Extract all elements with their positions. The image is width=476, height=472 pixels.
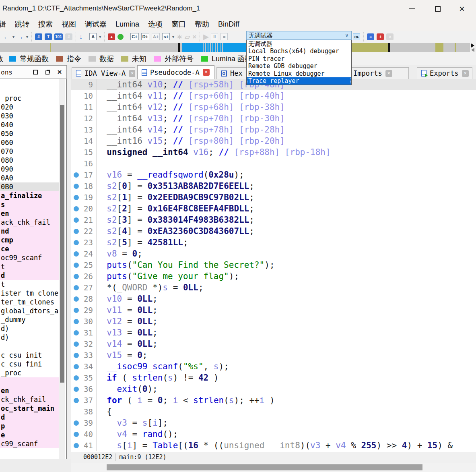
problems-icon[interactable]: ▲ bbox=[108, 33, 115, 40]
navband-segment[interactable] bbox=[182, 43, 201, 52]
function-list-item[interactable]: oc_start_main bbox=[0, 404, 60, 413]
breakpoint-dot-icon[interactable] bbox=[71, 274, 81, 279]
function-list-item[interactable]: d) bbox=[0, 324, 60, 333]
search-text-icon[interactable]: T bbox=[45, 33, 52, 40]
debugger-option[interactable]: Local Bochs(x64) debugger bbox=[247, 48, 351, 55]
menu-item-5[interactable]: Lumina bbox=[111, 20, 144, 29]
menu-item-9[interactable]: BinDiff bbox=[214, 20, 244, 29]
function-list-item[interactable]: 040 bbox=[0, 120, 60, 129]
edit-icon[interactable]: ▱ bbox=[185, 33, 190, 40]
search-immediate-icon[interactable]: # bbox=[35, 33, 42, 40]
function-list-item[interactable]: c_csu_init bbox=[0, 351, 60, 360]
navband-arrows[interactable] bbox=[470, 43, 476, 52]
navband-segment[interactable] bbox=[455, 43, 456, 52]
function-list-item[interactable]: global_dtors_a bbox=[0, 306, 60, 315]
make-data-icon[interactable]: D+ bbox=[141, 33, 149, 40]
debugger-select[interactable]: 无调试器 ∨ bbox=[246, 31, 352, 40]
menu-item-3[interactable]: 视图 bbox=[57, 19, 80, 29]
make-string-icon[interactable]: s+ bbox=[162, 33, 170, 40]
function-list-item[interactable]: 080 bbox=[0, 156, 60, 165]
jump-address-icon[interactable]: ↓ bbox=[79, 33, 83, 40]
undefine-icon[interactable]: × bbox=[192, 33, 196, 40]
navband-left-arrow-icon[interactable] bbox=[471, 48, 474, 52]
navband-segment[interactable] bbox=[225, 43, 246, 52]
navband-segment[interactable] bbox=[50, 43, 51, 52]
panel-splitter[interactable] bbox=[67, 79, 71, 459]
breakpoint-list-icon[interactable]: ≡ bbox=[367, 33, 374, 40]
breakpoint-dot-icon[interactable] bbox=[71, 263, 81, 268]
menu-item-2[interactable]: 搜索 bbox=[34, 19, 57, 29]
function-list-item[interactable]: t bbox=[0, 280, 60, 289]
close-button[interactable]: × bbox=[450, 0, 474, 18]
make-code-icon[interactable]: C+ bbox=[130, 33, 138, 40]
debug-start-icon[interactable]: ▶ bbox=[203, 33, 208, 40]
breakpoint-dot-icon[interactable] bbox=[71, 285, 81, 290]
tab-close-icon[interactable]: × bbox=[462, 70, 469, 77]
breakpoint-dot-icon[interactable] bbox=[71, 240, 81, 245]
nav-back-menu-icon[interactable]: ▾ bbox=[12, 35, 14, 39]
menu-item-6[interactable]: 选项 bbox=[144, 19, 167, 29]
breakpoint-dot-icon[interactable] bbox=[71, 184, 81, 189]
debugger-option[interactable]: Remote Linux debugger bbox=[247, 70, 351, 77]
breakpoint-dot-icon[interactable] bbox=[71, 319, 81, 324]
breakpoint-dot-icon[interactable] bbox=[71, 229, 81, 234]
search-again-icon[interactable]: # bbox=[65, 33, 72, 40]
tab-exports[interactable]: Exports × bbox=[417, 67, 472, 79]
panel-maximize-button[interactable] bbox=[30, 67, 41, 77]
function-list-item[interactable]: en bbox=[0, 209, 60, 218]
maximize-button[interactable] bbox=[426, 0, 449, 18]
function-list-item[interactable]: 0A0 bbox=[0, 174, 60, 182]
menu-item-0[interactable]: 辑 bbox=[0, 19, 10, 29]
debug-pause-icon[interactable]: II bbox=[211, 33, 218, 40]
breakpoint-dot-icon[interactable] bbox=[71, 206, 81, 211]
breakpoint-dot-icon[interactable] bbox=[71, 353, 81, 358]
tab-pseudocode-a[interactable]: Pseudocode-A × bbox=[137, 65, 214, 79]
debugger-option[interactable]: 无调试器 bbox=[247, 40, 351, 48]
search-binary-icon[interactable]: 101 bbox=[54, 33, 63, 40]
rename-icon[interactable]: A bbox=[89, 33, 97, 40]
nav-back-icon[interactable]: ← bbox=[3, 33, 10, 40]
function-list-item[interactable]: 090 bbox=[0, 165, 60, 174]
breakpoint-dot-icon[interactable] bbox=[71, 420, 81, 426]
function-list-item[interactable]: 060 bbox=[0, 138, 60, 147]
minimize-button[interactable] bbox=[400, 0, 424, 18]
function-list-item[interactable]: _proc bbox=[0, 94, 60, 103]
tab-ida-view-a[interactable]: IDA View-A × bbox=[72, 67, 135, 79]
breakpoint-dot-icon[interactable] bbox=[71, 364, 81, 369]
debugger-option[interactable]: PIN tracer bbox=[247, 55, 351, 62]
functions-scrollbar-thumb[interactable] bbox=[60, 105, 64, 383]
navigation-band[interactable] bbox=[0, 43, 470, 52]
delete-breakpoint-icon[interactable]: × bbox=[386, 33, 394, 40]
breakpoint-dot-icon[interactable] bbox=[71, 443, 81, 448]
function-list-item[interactable]: ck_chk_fail bbox=[0, 395, 60, 404]
function-list-item[interactable]: p bbox=[0, 422, 60, 431]
menu-item-7[interactable]: 窗口 bbox=[167, 19, 190, 29]
function-list-item[interactable]: d bbox=[0, 271, 60, 280]
function-list-item[interactable]: d bbox=[0, 413, 60, 422]
run-to-c-icon[interactable]: c▸ bbox=[353, 33, 360, 40]
horizontal-scrollbar[interactable] bbox=[71, 462, 476, 472]
navband-segment[interactable] bbox=[178, 43, 180, 52]
breakpoint-dot-icon[interactable] bbox=[71, 375, 81, 381]
function-list-item[interactable] bbox=[0, 342, 60, 351]
nav-forward-icon[interactable]: → bbox=[17, 33, 24, 40]
tab-close-icon[interactable]: × bbox=[203, 69, 210, 76]
breakpoint-dot-icon[interactable] bbox=[71, 398, 81, 403]
panel-close-button[interactable]: × bbox=[54, 67, 65, 77]
breakpoint-dot-icon[interactable] bbox=[71, 308, 81, 313]
breakpoint-dot-icon[interactable] bbox=[71, 195, 81, 200]
breakpoint-dot-icon[interactable] bbox=[71, 330, 81, 335]
menu-item-4[interactable]: 调试器 bbox=[80, 19, 111, 29]
function-list-item[interactable]: e bbox=[0, 431, 60, 439]
function-list-item[interactable]: ce bbox=[0, 244, 60, 253]
function-list-item[interactable]: nd bbox=[0, 227, 60, 236]
nav-forward-menu-icon[interactable]: ▾ bbox=[26, 35, 28, 39]
function-list-item[interactable]: 050 bbox=[0, 129, 60, 138]
breakpoint-dot-icon[interactable] bbox=[71, 296, 81, 302]
make-array-icon[interactable]: A+ bbox=[152, 33, 160, 40]
breakpoint-dot-icon[interactable] bbox=[71, 342, 81, 347]
panel-restore-button[interactable] bbox=[42, 67, 53, 77]
breakpoint-dot-icon[interactable] bbox=[71, 432, 81, 437]
breakpoint-dot-icon[interactable] bbox=[71, 251, 81, 257]
function-list-item[interactable]: c99_scanf bbox=[0, 439, 60, 448]
